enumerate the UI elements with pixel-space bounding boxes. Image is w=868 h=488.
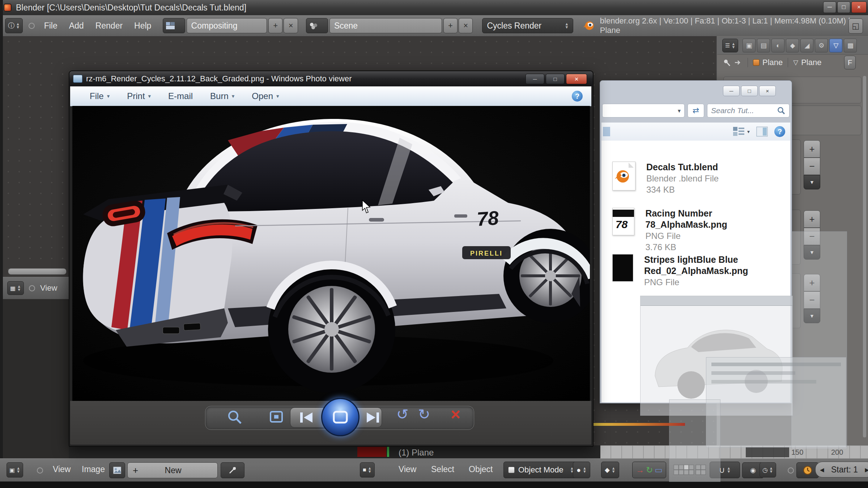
file-size: 334 KB [646, 184, 719, 195]
tab-material-icon[interactable]: ▩ [844, 39, 857, 52]
menu-print[interactable]: Print▾ [118, 91, 159, 101]
photo-viewer-titlebar[interactable]: rz-m6_Render_Cycles_2.11.12_Back_Graded.… [69, 71, 593, 86]
close-button[interactable]: × [759, 86, 776, 96]
breadcrumb-object-name[interactable]: Plane [762, 58, 783, 67]
editor-type-3dview-button[interactable]: ■ ▲▼ [360, 462, 375, 478]
tab-scene-icon[interactable]: ▤ [757, 39, 770, 52]
add-item-button[interactable]: + [804, 210, 820, 228]
maximize-button[interactable]: □ [546, 74, 565, 84]
organize-button-fragment[interactable] [603, 127, 610, 136]
scene-name-field[interactable]: Scene [329, 18, 442, 33]
dropdown-icon[interactable]: ▾ [678, 107, 681, 114]
actual-size-button[interactable] [268, 409, 284, 425]
menu-burn[interactable]: Burn▾ [201, 91, 243, 101]
previous-button[interactable] [298, 410, 315, 425]
rotate-cw-button[interactable]: ↻ [418, 406, 430, 423]
maximize-button[interactable]: □ [837, 1, 850, 13]
v3d-menu-object[interactable]: Object [464, 465, 498, 474]
new-image-button[interactable]: + New [127, 462, 218, 478]
change-view-button[interactable]: ▾ [733, 126, 750, 137]
remove-item-button[interactable]: − [804, 158, 820, 175]
screen-layout-name-field[interactable]: Compositing [187, 18, 267, 33]
delete-layout-button[interactable]: × [284, 18, 298, 33]
menu-render[interactable]: Render [90, 21, 128, 31]
fake-user-button[interactable]: F [844, 56, 856, 69]
rotate-ccw-button[interactable]: ↺ [396, 406, 409, 423]
collapse-menu-icon[interactable] [29, 23, 35, 29]
tab-constraints-icon[interactable]: ◢ [800, 39, 813, 52]
browse-data-icon[interactable] [734, 59, 743, 67]
menu-help[interactable]: Help [128, 21, 157, 31]
pin-icon[interactable] [723, 59, 731, 67]
menu-open[interactable]: Open▾ [243, 91, 288, 101]
editor-type-node-button[interactable]: ▦ ▲▼ [7, 281, 24, 295]
manipulator-buttons[interactable]: → ↻ ▭ [632, 462, 666, 478]
minimize-button[interactable]: ─ [723, 86, 740, 96]
help-button[interactable]: ? [774, 126, 785, 137]
tab-world-icon[interactable]: ◐ [771, 39, 784, 52]
viewport-shading-select[interactable]: ● ▲▼ [573, 462, 590, 478]
close-button[interactable]: × [851, 1, 867, 13]
editor-type-info-button[interactable]: ⓘ ▲▼ [5, 18, 23, 33]
render-engine-select[interactable]: Cycles Render ▲▼ [482, 18, 573, 33]
editor-type-properties-button[interactable]: ☰ ▲▼ [722, 39, 738, 52]
maximize-button[interactable]: □ [741, 86, 758, 96]
node-menu-view[interactable]: View [40, 283, 57, 293]
mode-select[interactable]: Object Mode ▲▼ [503, 462, 579, 478]
image-menu-view[interactable]: View [48, 465, 76, 474]
breadcrumb-data-name[interactable]: Plane [801, 58, 821, 67]
tab-object-data-icon[interactable]: ▽ [829, 39, 842, 52]
minimize-button[interactable]: ─ [526, 74, 544, 84]
collapse-menu-icon[interactable] [788, 467, 794, 474]
file-row[interactable]: 78 Racing Number 78_AlphaMask.png PNG Fi… [612, 208, 790, 253]
increment-icon[interactable]: ▸ [865, 465, 868, 475]
node-editor-hscrollbar[interactable] [8, 268, 67, 275]
image-editor-canvas[interactable] [3, 299, 69, 458]
editor-type-image-button[interactable]: ▣ ▲▼ [7, 462, 23, 478]
delete-button[interactable]: × [451, 404, 460, 424]
next-button[interactable] [364, 410, 381, 425]
tab-modifiers-icon[interactable]: ⚙ [815, 39, 828, 52]
browse-image-button[interactable] [109, 462, 125, 478]
open-image-button[interactable] [221, 462, 244, 478]
editor-type-timeline-button[interactable]: ◷ ▲▼ [760, 462, 776, 478]
file-type: PNG File [644, 277, 767, 288]
decrement-icon[interactable]: ◂ [820, 465, 824, 475]
close-button[interactable]: × [566, 74, 587, 84]
play-slideshow-button[interactable] [321, 398, 359, 436]
tab-render-icon[interactable]: ▣ [743, 39, 756, 52]
menu-add[interactable]: Add [63, 21, 90, 31]
scene-browse-button[interactable] [306, 18, 328, 33]
image-menu-image[interactable]: Image [77, 465, 110, 474]
car-tire-brand-decal: PIRELLI [470, 250, 503, 257]
address-bar[interactable]: ▾ [602, 104, 685, 117]
help-button[interactable]: ? [572, 91, 583, 102]
collapse-menu-icon[interactable] [29, 285, 35, 291]
v3d-menu-view[interactable]: View [393, 465, 421, 474]
menu-file[interactable]: File [38, 21, 63, 31]
menu-email[interactable]: E-mail [159, 91, 201, 101]
window-layout-icon[interactable]: ◱ [848, 18, 863, 34]
zoom-button[interactable] [226, 409, 243, 425]
minimize-button[interactable]: ─ [823, 1, 836, 13]
window-title: Blender [C:\Users\Denis\Desktop\Tut Deca… [16, 3, 246, 13]
frame-marker[interactable] [387, 445, 389, 457]
tab-object-icon[interactable]: ◆ [786, 39, 799, 52]
start-frame-field[interactable]: ◂ Start: 1 ▸ [815, 462, 868, 478]
collapse-menu-icon[interactable] [37, 467, 43, 474]
delete-scene-button[interactable]: × [459, 18, 473, 33]
add-scene-button[interactable]: + [443, 18, 458, 33]
pivot-point-select[interactable]: ◆ ▲▼ [601, 462, 619, 478]
specials-menu-button[interactable]: ▼ [804, 175, 820, 189]
file-row[interactable]: Decals Tut.blend Blender .blend File 334… [612, 162, 719, 195]
menu-file[interactable]: File▾ [81, 91, 118, 101]
v3d-menu-select[interactable]: Select [426, 465, 459, 474]
refresh-button[interactable]: ⇄ [688, 104, 704, 117]
file-row[interactable]: Stripes lightBlue Blue Red_02_AlphaMask.… [612, 254, 767, 288]
properties-scrollbar[interactable] [863, 76, 866, 437]
screen-layout-browse-button[interactable] [163, 18, 185, 33]
search-input[interactable]: Search Tut... [707, 104, 790, 117]
add-item-button[interactable]: + [804, 140, 820, 158]
preview-pane-icon[interactable] [756, 126, 768, 137]
add-layout-button[interactable]: + [268, 18, 282, 33]
